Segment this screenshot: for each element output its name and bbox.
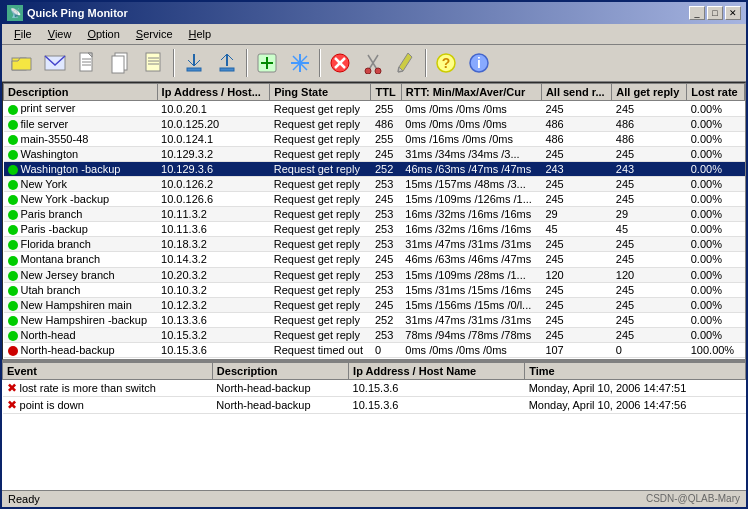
table-row[interactable]: New Jersey branch 10.20.3.2 Request get … [4, 267, 745, 282]
menu-help[interactable]: Help [181, 26, 220, 42]
table-row[interactable]: New Hampshiren main 10.12.3.2 Request ge… [4, 297, 745, 312]
svg-text:i: i [477, 55, 481, 71]
table-row[interactable]: Utah branch 10.10.3.2 Request get reply … [4, 282, 745, 297]
cell-description: New Hampshiren -backup [4, 312, 158, 327]
col-ip: Ip Address / Host... [157, 84, 270, 101]
main-table: Description Ip Address / Host... Ping St… [3, 83, 745, 358]
toolbar: ? i [2, 45, 746, 82]
toolbar-stop-button[interactable] [324, 48, 356, 78]
table-row[interactable]: New York 10.0.126.2 Request get reply 25… [4, 176, 745, 191]
col-ping-state: Ping State [270, 84, 371, 101]
cell-description: Washington -backup [4, 161, 158, 176]
menu-file[interactable]: File [6, 26, 40, 42]
toolbar-open-button[interactable] [6, 48, 38, 78]
svg-rect-15 [187, 68, 201, 71]
table-row[interactable]: New York -backup 10.0.126.6 Request get … [4, 192, 745, 207]
event-row[interactable]: ✖ lost rate is more than switch North-he… [3, 380, 746, 397]
minimize-button[interactable]: _ [689, 6, 705, 20]
cell-description: Florida branch [4, 237, 158, 252]
event-table: Event Description Ip Address / Host Name… [2, 362, 746, 414]
cell-ttl: 255 [371, 131, 401, 146]
table-row[interactable]: Paris branch 10.11.3.2 Request get reply… [4, 207, 745, 222]
cell-description: New Jersey branch [4, 267, 158, 282]
event-cell-description: North-head-backup [212, 380, 348, 397]
cell-get: 245 [612, 192, 687, 207]
svg-rect-18 [220, 68, 234, 71]
toolbar-cut-button[interactable] [357, 48, 389, 78]
cell-ttl: 245 [371, 146, 401, 161]
toolbar-copy-button[interactable] [105, 48, 137, 78]
cell-ttl: 245 [371, 252, 401, 267]
cell-lost: 100.00% [687, 342, 745, 357]
table-row[interactable]: main-3550-48 10.0.124.1 Request get repl… [4, 131, 745, 146]
col-get: All get reply [612, 84, 687, 101]
cell-ttl: 255 [371, 101, 401, 116]
toolbar-snow-button[interactable] [284, 48, 316, 78]
menu-service[interactable]: Service [128, 26, 181, 42]
cell-ttl: 245 [371, 192, 401, 207]
cell-ping-state: Request get reply [270, 176, 371, 191]
cell-get: 120 [612, 267, 687, 282]
toolbar-up-button[interactable] [211, 48, 243, 78]
close-button[interactable]: ✕ [725, 6, 741, 20]
toolbar-help-button[interactable]: ? [430, 48, 462, 78]
toolbar-edit-button[interactable] [390, 48, 422, 78]
cell-ping-state: Request get reply [270, 192, 371, 207]
status-dot [8, 120, 18, 130]
cell-ip: 10.11.3.6 [157, 222, 270, 237]
menu-bar: File View Option Service Help [2, 24, 746, 45]
table-row[interactable]: file server 10.0.125.20 Request get repl… [4, 116, 745, 131]
main-table-container[interactable]: Description Ip Address / Host... Ping St… [2, 82, 746, 360]
cell-ttl: 245 [371, 297, 401, 312]
toolbar-separator-3 [319, 49, 321, 77]
event-col-time: Time [525, 363, 746, 380]
cell-ping-state: Request get reply [270, 131, 371, 146]
table-row[interactable]: New Hampshiren -backup 10.13.3.6 Request… [4, 312, 745, 327]
maximize-button[interactable]: □ [707, 6, 723, 20]
table-row[interactable]: Montana branch 10.14.3.2 Request get rep… [4, 252, 745, 267]
cell-ttl: 253 [371, 327, 401, 342]
title-bar: 📡 Quick Ping Monitor _ □ ✕ [2, 2, 746, 24]
toolbar-add-button[interactable] [251, 48, 283, 78]
table-row[interactable]: North-head 10.15.3.2 Request get reply 2… [4, 327, 745, 342]
cell-lost: 0.00% [687, 131, 745, 146]
cell-rtt: 15ms /109ms /28ms /1... [401, 267, 541, 282]
toolbar-new-button[interactable] [72, 48, 104, 78]
status-dot [8, 210, 18, 220]
status-dot [8, 346, 18, 356]
toolbar-email-button[interactable] [39, 48, 71, 78]
cell-ping-state: Request get reply [270, 146, 371, 161]
toolbar-info-button[interactable]: i [463, 48, 495, 78]
svg-line-35 [398, 71, 403, 72]
cell-get: 243 [612, 161, 687, 176]
event-row[interactable]: ✖ point is down North-head-backup 10.15.… [3, 397, 746, 414]
table-row[interactable]: Washington -backup 10.129.3.6 Request ge… [4, 161, 745, 176]
menu-view[interactable]: View [40, 26, 80, 42]
app-icon: 📡 [7, 5, 23, 21]
table-row[interactable]: print server 10.0.20.1 Request get reply… [4, 101, 745, 116]
status-dot [8, 150, 18, 160]
table-row[interactable]: Washington 10.129.3.2 Request get reply … [4, 146, 745, 161]
table-row[interactable]: Paris -backup 10.11.3.6 Request get repl… [4, 222, 745, 237]
cell-lost: 0.00% [687, 176, 745, 191]
cell-ping-state: Request get reply [270, 222, 371, 237]
table-row[interactable]: Florida branch 10.18.3.2 Request get rep… [4, 237, 745, 252]
table-row[interactable]: North-head-backup 10.15.3.6 Request time… [4, 342, 745, 357]
status-dot [8, 316, 18, 326]
status-dot [8, 180, 18, 190]
cell-ip: 10.0.20.1 [157, 101, 270, 116]
menu-option[interactable]: Option [79, 26, 127, 42]
cell-get: 45 [612, 222, 687, 237]
cell-ping-state: Request get reply [270, 312, 371, 327]
status-text: Ready [8, 493, 40, 505]
cell-ping-state: Request get reply [270, 161, 371, 176]
cell-description: Paris -backup [4, 222, 158, 237]
cell-get: 245 [612, 312, 687, 327]
event-error-icon: ✖ [7, 398, 17, 412]
toolbar-down-button[interactable] [178, 48, 210, 78]
toolbar-note-button[interactable] [138, 48, 170, 78]
cell-description: New York [4, 176, 158, 191]
toolbar-separator-4 [425, 49, 427, 77]
cell-send: 245 [541, 282, 611, 297]
cell-get: 245 [612, 252, 687, 267]
